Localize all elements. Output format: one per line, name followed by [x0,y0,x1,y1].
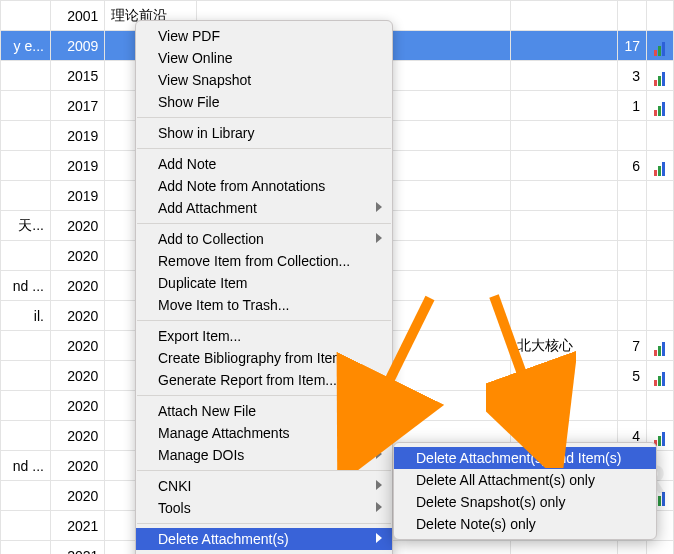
menu-item[interactable]: Attach New File [136,400,392,422]
year-cell: 2020 [50,391,104,421]
year-cell: 2015 [50,61,104,91]
menu-item[interactable]: Remove Item from Collection... [136,250,392,272]
menu-item-label: Tools [158,500,191,516]
chevron-right-icon [376,427,382,437]
menu-separator [137,470,391,471]
creator-cell [1,1,51,31]
submenu-item-label: Delete Snapshot(s) only [416,494,565,510]
menu-item-label: View Snapshot [158,72,251,88]
menu-item-label: Manage DOIs [158,447,244,463]
menu-item-label: Export Item... [158,328,241,344]
menu-item[interactable]: Tools [136,497,392,519]
count-cell [618,181,647,211]
year-cell: 2020 [50,301,104,331]
tags-cell [511,91,618,121]
creator-cell [1,61,51,91]
menu-item-label: Show in Library [158,125,255,141]
menu-item[interactable]: Create Bibliography from Item... [136,347,392,369]
chart-icon-cell [646,61,673,91]
bar-chart-icon [653,430,667,444]
creator-cell [1,331,51,361]
year-cell: 2020 [50,481,104,511]
count-cell: 6 [618,151,647,181]
year-cell: 2009 [50,31,104,61]
count-cell [618,211,647,241]
bar-chart-icon [653,70,667,84]
creator-cell: il. [1,301,51,331]
menu-item-label: Show File [158,94,219,110]
menu-item[interactable]: Add Note [136,153,392,175]
menu-item[interactable]: Move Item to Trash... [136,294,392,316]
menu-separator [137,395,391,396]
count-cell: 7 [618,331,647,361]
chart-icon-cell [646,271,673,301]
count-cell [618,241,647,271]
menu-item-label: Create Bibliography from Item... [158,350,356,366]
bar-chart-icon [653,340,667,354]
submenu-item[interactable]: Delete Attachment(s) and Item(s) [394,447,656,469]
chart-icon-cell [646,121,673,151]
menu-item-label: Generate Report from Item... [158,372,337,388]
year-cell: 2020 [50,271,104,301]
context-submenu: Delete Attachment(s) and Item(s)Delete A… [393,442,657,540]
tags-cell [511,241,618,271]
year-cell: 2019 [50,151,104,181]
menu-item[interactable]: Show in Library [136,122,392,144]
menu-item[interactable]: Export Attachment(s) [136,550,392,554]
submenu-item[interactable]: Delete Note(s) only [394,513,656,535]
bar-chart-icon [653,100,667,114]
tags-cell [511,391,618,421]
menu-item[interactable]: Duplicate Item [136,272,392,294]
menu-item[interactable]: View PDF [136,25,392,47]
menu-item[interactable]: View Online [136,47,392,69]
menu-item[interactable]: Manage Attachments [136,422,392,444]
menu-separator [137,320,391,321]
menu-item[interactable]: View Snapshot [136,69,392,91]
count-cell: 17 [618,31,647,61]
submenu-item-label: Delete Note(s) only [416,516,536,532]
menu-item[interactable]: Export Item... [136,325,392,347]
menu-separator [137,223,391,224]
tags-cell [511,31,618,61]
creator-cell: nd ... [1,271,51,301]
chart-icon-cell [646,91,673,121]
menu-item[interactable]: Manage DOIs [136,444,392,466]
year-cell: 2001 [50,1,104,31]
menu-item-label: View PDF [158,28,220,44]
creator-cell [1,91,51,121]
menu-item[interactable]: Show File [136,91,392,113]
creator-cell: y e... [1,31,51,61]
year-cell: 2020 [50,211,104,241]
menu-item[interactable]: Add Note from Annotations [136,175,392,197]
year-cell: 2020 [50,421,104,451]
creator-cell [1,241,51,271]
year-cell: 2020 [50,331,104,361]
bar-chart-icon [653,160,667,174]
menu-item-label: View Online [158,50,232,66]
year-cell: 2017 [50,91,104,121]
tags-cell: 北大核心 [511,331,618,361]
count-cell [618,121,647,151]
count-cell [618,541,647,555]
menu-item-label: Delete Attachment(s) [158,531,289,547]
chart-icon-cell [646,211,673,241]
chevron-right-icon [376,533,382,543]
submenu-item[interactable]: Delete Snapshot(s) only [394,491,656,513]
menu-item-label: CNKI [158,478,191,494]
creator-cell [1,481,51,511]
menu-item[interactable]: Delete Attachment(s) [136,528,392,550]
menu-item-label: Attach New File [158,403,256,419]
year-cell: 2020 [50,241,104,271]
menu-item[interactable]: Add Attachment [136,197,392,219]
year-cell: 2019 [50,181,104,211]
chart-icon-cell [646,361,673,391]
tags-cell [511,361,618,391]
submenu-item-label: Delete Attachment(s) and Item(s) [416,450,621,466]
menu-item-label: Manage Attachments [158,425,290,441]
menu-item-label: Duplicate Item [158,275,247,291]
tags-cell [511,121,618,151]
menu-item[interactable]: CNKI [136,475,392,497]
menu-item[interactable]: Add to Collection [136,228,392,250]
menu-item[interactable]: Generate Report from Item... [136,369,392,391]
submenu-item[interactable]: Delete All Attachment(s) only [394,469,656,491]
